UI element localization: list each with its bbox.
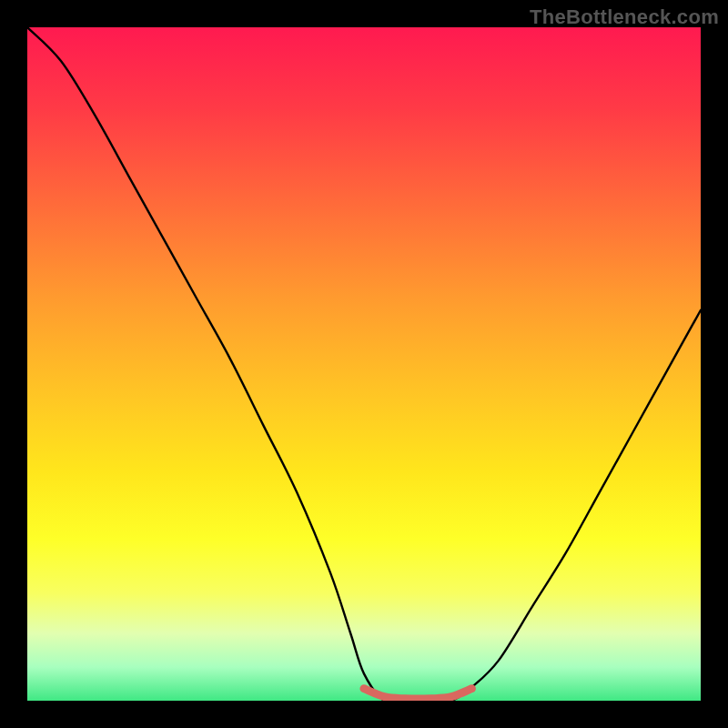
bottleneck-highlight-path <box>364 689 471 699</box>
plot-area <box>27 27 701 701</box>
bottleneck-curve-path <box>27 27 701 701</box>
watermark-label: TheBottleneck.com <box>530 5 719 29</box>
chart-frame: TheBottleneck.com <box>0 0 728 728</box>
curve-svg <box>27 27 701 701</box>
